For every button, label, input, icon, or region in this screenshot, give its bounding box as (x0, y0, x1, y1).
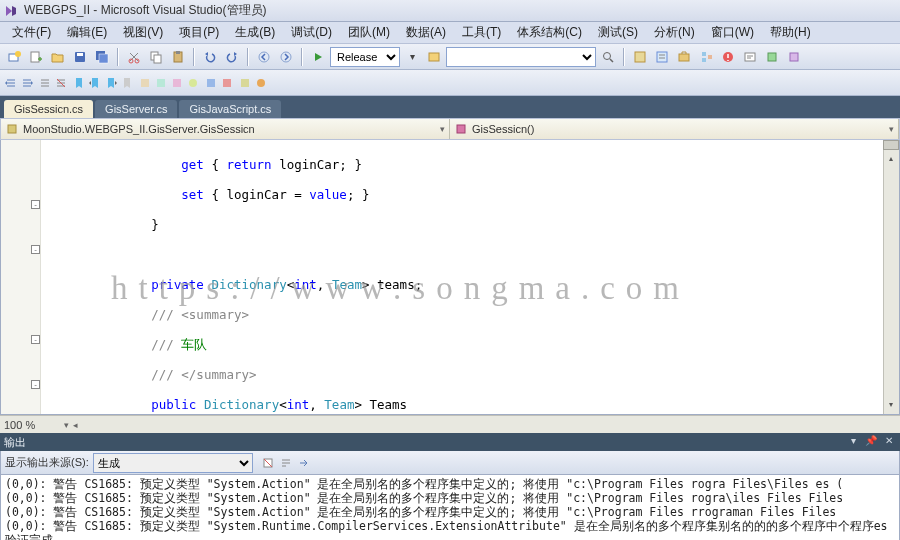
tab-gissessicn[interactable]: GisSessicn.cs (4, 100, 93, 118)
outline-collapse-icon[interactable]: - (31, 380, 40, 389)
output-button[interactable] (740, 47, 760, 67)
uncomment-button[interactable] (54, 76, 68, 90)
toolbar-separator (193, 48, 195, 66)
copy-button[interactable] (146, 47, 166, 67)
vertical-scrollbar[interactable]: ▴ ▾ (883, 140, 899, 414)
indent-left-button[interactable] (4, 76, 18, 90)
svg-rect-18 (657, 52, 667, 62)
tb-misc3[interactable] (170, 76, 184, 90)
zoom-level[interactable]: 100 % (4, 419, 64, 431)
undo-button[interactable] (200, 47, 220, 67)
menu-window[interactable]: 窗口(W) (703, 22, 762, 43)
new-project-button[interactable] (4, 47, 24, 67)
svg-rect-29 (173, 79, 181, 87)
tab-gisserver[interactable]: GisServer.cs (95, 100, 177, 118)
menu-help[interactable]: 帮助(H) (762, 22, 819, 43)
clear-output-button[interactable] (261, 456, 275, 470)
solution-explorer-button[interactable] (630, 47, 650, 67)
extension-button[interactable] (762, 47, 782, 67)
save-button[interactable] (70, 47, 90, 67)
svg-rect-27 (141, 79, 149, 87)
code-editor[interactable]: - - - - get { return loginCar; } set { l… (0, 140, 900, 415)
bookmark-next-button[interactable] (104, 76, 118, 90)
redo-button[interactable] (222, 47, 242, 67)
split-handle[interactable] (883, 140, 899, 150)
indent-right-button[interactable] (20, 76, 34, 90)
menu-analyze[interactable]: 分析(N) (646, 22, 703, 43)
toolbox-button[interactable] (674, 47, 694, 67)
outline-collapse-icon[interactable]: - (31, 200, 40, 209)
start-debug-button[interactable] (308, 47, 328, 67)
svg-point-16 (604, 52, 611, 59)
config-dropdown-icon[interactable]: ▾ (402, 47, 422, 67)
svg-rect-6 (99, 54, 108, 63)
menu-test[interactable]: 测试(S) (590, 22, 646, 43)
chevron-down-icon: ▾ (889, 124, 894, 134)
bookmark-clear-button[interactable] (120, 76, 134, 90)
toggle-wrap-button[interactable] (279, 456, 293, 470)
save-all-button[interactable] (92, 47, 112, 67)
properties-button[interactable] (652, 47, 672, 67)
class-view-button[interactable] (696, 47, 716, 67)
dropdown-icon[interactable]: ▾ (846, 435, 860, 449)
nav-back-button[interactable] (254, 47, 274, 67)
menu-debug[interactable]: 调试(D) (283, 22, 340, 43)
chevron-down-icon[interactable]: ▾ (64, 420, 69, 430)
cut-button[interactable] (124, 47, 144, 67)
comment-button[interactable] (38, 76, 52, 90)
tb-misc8[interactable] (254, 76, 268, 90)
tb-misc6[interactable] (220, 76, 234, 90)
add-item-button[interactable] (26, 47, 46, 67)
editor-tabs: GisSessicn.cs GisServer.cs GisJavaScript… (0, 96, 900, 118)
output-source-combo[interactable]: 生成 (93, 453, 253, 473)
pin-icon[interactable]: 📌 (864, 435, 878, 449)
menu-build[interactable]: 生成(B) (227, 22, 283, 43)
menu-data[interactable]: 数据(A) (398, 22, 454, 43)
nav-fwd-button[interactable] (276, 47, 296, 67)
code-content[interactable]: get { return loginCar; } set { loginCar … (41, 140, 883, 414)
menu-file[interactable]: 文件(F) (4, 22, 59, 43)
bookmark-prev-button[interactable] (88, 76, 102, 90)
svg-rect-19 (679, 54, 689, 61)
svg-point-30 (189, 79, 197, 87)
scroll-up-icon[interactable]: ▴ (884, 152, 898, 166)
svg-point-13 (259, 52, 269, 62)
tb-misc2[interactable] (154, 76, 168, 90)
bookmark-button[interactable] (72, 76, 86, 90)
chevron-left-icon[interactable]: ◂ (73, 420, 78, 430)
nav-member-combo[interactable]: GisSessicn() ▾ (450, 119, 899, 139)
outline-collapse-icon[interactable]: - (31, 245, 40, 254)
chevron-down-icon: ▾ (440, 124, 445, 134)
tab-gisjavascript[interactable]: GisJavaScript.cs (179, 100, 281, 118)
output-text[interactable]: (0,0): 警告 CS1685: 预定义类型 "System.Action" … (0, 475, 900, 540)
config-combo[interactable]: Release (330, 47, 400, 67)
menu-team[interactable]: 团队(M) (340, 22, 398, 43)
error-list-button[interactable] (718, 47, 738, 67)
output-line: 验证完成 (5, 533, 895, 540)
find-button[interactable] (598, 47, 618, 67)
tb-misc4[interactable] (186, 76, 200, 90)
menu-tools[interactable]: 工具(T) (454, 22, 509, 43)
svg-rect-22 (708, 55, 712, 59)
platform-icon[interactable] (424, 47, 444, 67)
menu-project[interactable]: 项目(P) (171, 22, 227, 43)
scroll-down-icon[interactable]: ▾ (884, 398, 898, 412)
tb-misc1[interactable] (138, 76, 152, 90)
open-button[interactable] (48, 47, 68, 67)
tb-misc7[interactable] (238, 76, 252, 90)
paste-button[interactable] (168, 47, 188, 67)
menu-architecture[interactable]: 体系结构(C) (509, 22, 590, 43)
toolbar-main: Release ▾ (0, 44, 900, 70)
outline-collapse-icon[interactable]: - (31, 335, 40, 344)
svg-rect-4 (77, 53, 83, 56)
nav-scope-combo[interactable]: MoonStudio.WEBGPS_II.GisServer.GisSessic… (1, 119, 450, 139)
goto-error-button[interactable] (297, 456, 311, 470)
close-icon[interactable]: ✕ (882, 435, 896, 449)
menu-edit[interactable]: 编辑(E) (59, 22, 115, 43)
svg-rect-21 (702, 58, 706, 62)
ext2-button[interactable] (784, 47, 804, 67)
menu-view[interactable]: 视图(V) (115, 22, 171, 43)
tb-misc5[interactable] (204, 76, 218, 90)
svg-rect-25 (768, 53, 776, 61)
platform-combo[interactable] (446, 47, 596, 67)
